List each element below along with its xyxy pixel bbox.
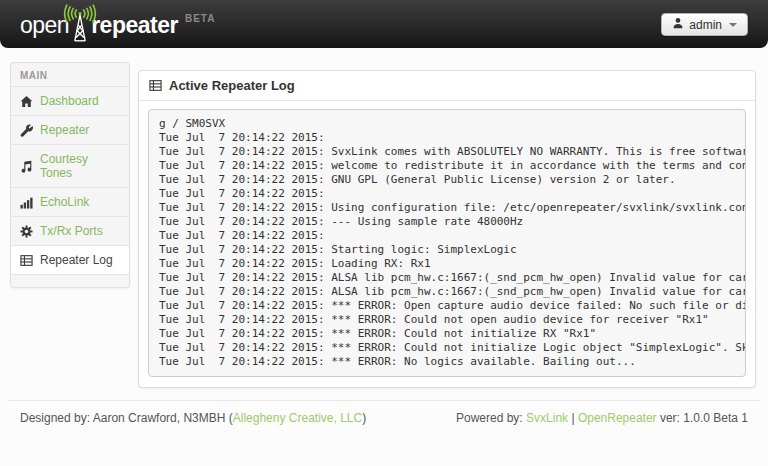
version-text: ver: 1.0.0 Beta 1: [657, 411, 748, 425]
gear-icon: [20, 225, 33, 238]
sidebar-item-repeater[interactable]: Repeater: [11, 116, 129, 145]
sidebar-item-label: Tx/Rx Ports: [40, 224, 103, 238]
log-line: Tue Jul 7 20:14:22 2015: SvxLink comes w…: [159, 145, 735, 159]
log-line: Tue Jul 7 20:14:22 2015: Using configura…: [159, 201, 735, 215]
designed-by-text: Designed by: Aaron Crawford, N3MBH (: [20, 411, 233, 425]
sidebar-item-label: Repeater Log: [40, 253, 113, 267]
log-line: Tue Jul 7 20:14:22 2015: Loading RX: Rx1: [159, 257, 735, 271]
log-line: Tue Jul 7 20:14:22 2015: *** ERROR: Open…: [159, 299, 735, 313]
powered-by-text: Powered by:: [456, 411, 526, 425]
log-panel: Active Repeater Log g / SM0SVXTue Jul 7 …: [138, 70, 756, 388]
beta-badge: BETA: [185, 13, 215, 44]
log-line: Tue Jul 7 20:14:22 2015: Starting logic:…: [159, 243, 735, 257]
log-line: Tue Jul 7 20:14:22 2015: ALSA lib pcm_hw…: [159, 271, 735, 285]
sidebar-item-label: Repeater: [40, 123, 89, 137]
sidebar-footer-strip: [11, 275, 129, 287]
person-icon: [672, 17, 684, 32]
sidebar-nav: DashboardRepeaterCourtesy TonesEchoLinkT…: [11, 87, 129, 275]
openrepeater-link[interactable]: OpenRepeater: [578, 411, 657, 425]
app-header: open: [0, 0, 768, 48]
sidebar-item-label: Courtesy Tones: [40, 152, 120, 180]
sidebar-item-dashboard[interactable]: Dashboard: [11, 87, 129, 116]
logo-text-open: open: [20, 14, 69, 44]
chevron-down-icon: [729, 23, 737, 27]
wrench-icon: [20, 124, 33, 137]
log-line: Tue Jul 7 20:14:22 2015: GNU GPL (Genera…: [159, 173, 735, 187]
log-line: Tue Jul 7 20:14:22 2015: *** ERROR: No l…: [159, 355, 735, 369]
log-output[interactable]: g / SM0SVXTue Jul 7 20:14:22 2015:Tue Ju…: [148, 109, 746, 377]
log-line: Tue Jul 7 20:14:22 2015: *** ERROR: Coul…: [159, 313, 735, 327]
svxlink-link[interactable]: SvxLink: [526, 411, 568, 425]
sidebar-item-label: Dashboard: [40, 94, 99, 108]
log-line: Tue Jul 7 20:14:22 2015:: [159, 131, 735, 145]
log-line: g / SM0SVX: [159, 117, 735, 131]
user-menu-label: admin: [689, 18, 722, 32]
footer-powered-by: Powered by: SvxLink | OpenRepeater ver: …: [456, 411, 748, 425]
sidebar-item-tx-rx-ports[interactable]: Tx/Rx Ports: [11, 217, 129, 246]
sidebar-heading: MAIN: [11, 63, 129, 87]
log-line: Tue Jul 7 20:14:22 2015: --- Using sampl…: [159, 215, 735, 229]
music-icon: [20, 160, 33, 173]
antenna-tower-icon: [68, 4, 92, 44]
sidebar-item-echolink[interactable]: EchoLink: [11, 188, 129, 217]
footer-designed-by: Designed by: Aaron Crawford, N3MBH (Alle…: [20, 411, 366, 425]
powered-by-separator: |: [568, 411, 578, 425]
logo-text-repeater: repeater: [91, 14, 178, 44]
footer-divider: [8, 400, 760, 401]
app-logo[interactable]: open: [20, 4, 215, 44]
log-line: Tue Jul 7 20:14:22 2015:: [159, 229, 735, 243]
sidebar: MAIN DashboardRepeaterCourtesy TonesEcho…: [10, 62, 130, 288]
sidebar-item-courtesy-tones[interactable]: Courtesy Tones: [11, 145, 129, 188]
sidebar-item-label: EchoLink: [40, 195, 89, 209]
designed-by-close: ): [362, 411, 366, 425]
log-line: Tue Jul 7 20:14:22 2015: welcome to redi…: [159, 159, 735, 173]
signal-icon: [20, 196, 33, 209]
panel-title: Active Repeater Log: [169, 78, 295, 93]
app-footer: Designed by: Aaron Crawford, N3MBH (Alle…: [20, 411, 748, 425]
user-menu-button[interactable]: admin: [661, 13, 748, 36]
table-icon: [20, 254, 33, 267]
home-icon: [20, 95, 33, 108]
sidebar-item-repeater-log[interactable]: Repeater Log: [11, 246, 129, 275]
log-line: Tue Jul 7 20:14:22 2015: *** ERROR: Coul…: [159, 327, 735, 341]
log-line: Tue Jul 7 20:14:22 2015: *** ERROR: Coul…: [159, 341, 735, 355]
log-line: Tue Jul 7 20:14:22 2015:: [159, 187, 735, 201]
panel-header: Active Repeater Log: [139, 71, 755, 101]
log-line: Tue Jul 7 20:14:22 2015: ALSA lib pcm_hw…: [159, 285, 735, 299]
panel-body: g / SM0SVXTue Jul 7 20:14:22 2015:Tue Ju…: [139, 101, 755, 387]
table-icon: [149, 79, 162, 92]
allegheny-creative-link[interactable]: Allegheny Creative, LLC: [233, 411, 362, 425]
